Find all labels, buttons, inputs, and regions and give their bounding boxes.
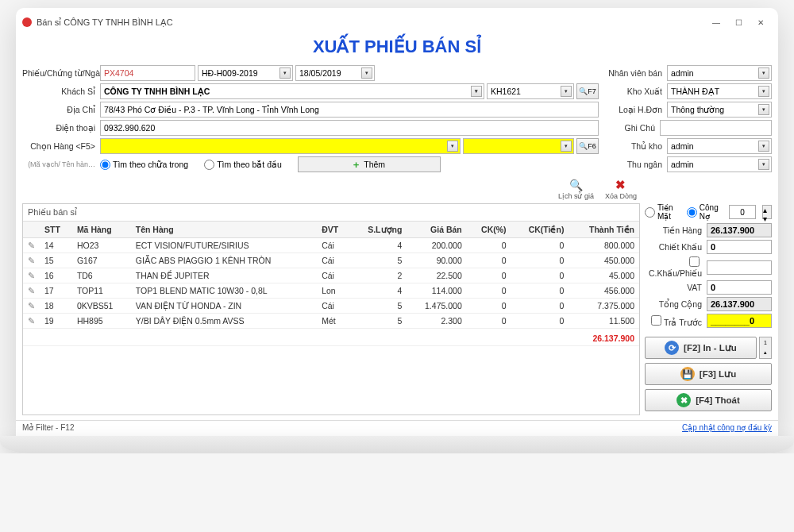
- chevron-down-icon[interactable]: ▾: [561, 86, 572, 97]
- col-code[interactable]: Mã Hàng: [72, 222, 131, 238]
- add-button[interactable]: + Thêm: [298, 156, 441, 172]
- items-table-container: Phiếu bán sỉ STT Mã Hàng Tên Hàng ĐVT S.…: [22, 203, 640, 415]
- pick-item-combo[interactable]: ▾: [100, 138, 461, 154]
- table-row[interactable]: ✎17TOP11TOP1 BLEND MATIC 10W30 - 0,8LLon…: [23, 283, 639, 299]
- edit-row-icon[interactable]: ✎: [23, 314, 40, 329]
- cell-stt: 17: [40, 283, 72, 299]
- cell-code: HO23: [72, 238, 131, 253]
- edit-row-icon[interactable]: ✎: [23, 268, 40, 283]
- col-total[interactable]: Thành Tiền: [569, 222, 639, 238]
- receipt-no-input[interactable]: [100, 65, 195, 81]
- receipt-date-combo[interactable]: 18/05/2019▾: [295, 65, 375, 81]
- edit-row-icon[interactable]: ✎: [23, 238, 40, 253]
- save-button[interactable]: 💾 [F3] Lưu: [645, 363, 772, 385]
- storekeeper-combo[interactable]: admin▾: [667, 138, 772, 154]
- cell-stt: 15: [40, 253, 72, 268]
- cell-total: 11.500: [569, 314, 639, 329]
- cell-ckp: 0: [467, 314, 511, 329]
- debt-stepper[interactable]: ▴▾: [762, 205, 772, 219]
- cell-unit: Cái: [317, 299, 350, 314]
- customer-code-combo[interactable]: KH1621▾: [487, 83, 574, 99]
- col-ckt[interactable]: CK(Tiền): [511, 222, 569, 238]
- edit-row-icon[interactable]: ✎: [23, 299, 40, 314]
- discount-per-checkbox[interactable]: [689, 256, 700, 267]
- label-discount: Chiết Khấu: [645, 242, 707, 252]
- f7-button[interactable]: 🔍F7: [576, 83, 599, 99]
- radio-cash[interactable]: Tiền Mặt: [645, 203, 680, 221]
- pick-item-code-combo[interactable]: ▾: [463, 138, 574, 154]
- edit-row-icon[interactable]: ✎: [23, 283, 40, 299]
- table-row[interactable]: ✎19HH895Y/BI DÂY ĐIỆN 0.5mm AVSSMét52.30…: [23, 314, 639, 329]
- copies-stepper[interactable]: 1▴: [759, 337, 772, 359]
- prepay-input[interactable]: ________0: [707, 314, 772, 328]
- edit-row-icon[interactable]: ✎: [23, 253, 40, 268]
- exit-icon: ✖: [676, 393, 691, 407]
- price-history-button[interactable]: 🔍 Lịch sử giá: [558, 178, 594, 200]
- vat-input[interactable]: 0: [707, 280, 772, 295]
- chevron-down-icon[interactable]: ▾: [279, 67, 291, 79]
- customer-name-combo[interactable]: CÔNG TY TNHH BÌNH LẠC▾: [100, 83, 484, 99]
- chevron-down-icon[interactable]: ▾: [447, 141, 458, 152]
- discount-per-input[interactable]: [707, 260, 772, 275]
- label-staff: Nhân viên bán: [605, 68, 667, 78]
- col-ckp[interactable]: CK(%): [467, 222, 511, 238]
- radio-startswith[interactable]: Tìm theo bắt đầu: [204, 160, 282, 170]
- chevron-down-icon[interactable]: ▾: [758, 104, 769, 115]
- phone-input[interactable]: [100, 120, 599, 136]
- receipt-date-value: 18/05/2019: [299, 68, 341, 78]
- cell-ckt: 0: [511, 238, 569, 253]
- chevron-down-icon[interactable]: ▾: [758, 141, 769, 152]
- table-title: Phiếu bán sỉ: [23, 204, 639, 222]
- chevron-down-icon[interactable]: ▾: [361, 67, 372, 79]
- cell-stt: 18: [40, 299, 72, 314]
- table-row[interactable]: ✎180KVBS51VAN ĐIỆN TỪ HONDA - ZINCái51.4…: [23, 299, 639, 314]
- window-titlebar: Bán sỉ CÔNG TY TNHH BÌNH LẠC — ☐ ✕: [16, 11, 778, 33]
- col-name[interactable]: Tên Hàng: [131, 222, 317, 238]
- cell-code: HH895: [72, 314, 131, 329]
- close-button[interactable]: ✕: [750, 14, 772, 30]
- staff-combo[interactable]: admin▾: [667, 65, 772, 81]
- chevron-down-icon[interactable]: ▾: [471, 86, 482, 97]
- debt-days-input[interactable]: 0: [729, 205, 756, 219]
- radio-contain[interactable]: Tìm theo chữa trong: [100, 160, 188, 170]
- cell-stt: 16: [40, 268, 72, 283]
- col-qty[interactable]: S.Lượng: [351, 222, 407, 238]
- delete-row-button[interactable]: ✖ Xóa Dòng: [605, 178, 637, 200]
- col-unit[interactable]: ĐVT: [317, 222, 350, 238]
- table-grand-total: 26.137.900: [23, 329, 639, 346]
- address-input[interactable]: [100, 102, 599, 118]
- footer-update-debt-link[interactable]: Cập nhật công nợ đầu kỳ: [682, 423, 772, 432]
- col-stt[interactable]: STT: [40, 222, 72, 238]
- cell-ckp: 0: [467, 268, 511, 283]
- cell-name: GIẮC ABS PIAGGIO 1 KÊNH TRÒN: [131, 253, 317, 268]
- radio-debt[interactable]: Công Nợ: [687, 203, 723, 221]
- magnify-icon: 🔍: [569, 178, 583, 192]
- print-save-button[interactable]: ⟳ [F2] In - Lưu: [645, 337, 757, 359]
- warehouse-combo[interactable]: THÀNH ĐẠT▾: [667, 83, 772, 99]
- prepay-checkbox[interactable]: [651, 315, 661, 326]
- note-input[interactable]: [660, 120, 772, 136]
- maximize-button[interactable]: ☐: [727, 14, 750, 30]
- cell-ckp: 0: [467, 299, 511, 314]
- chevron-down-icon[interactable]: ▾: [561, 141, 572, 152]
- table-row[interactable]: ✎14HO23ECT VISION/FUTURE/SIRIUSCái4200.0…: [23, 238, 639, 253]
- table-row[interactable]: ✎16TD6THAN ĐỀ JUPITERCái222.5000045.000: [23, 268, 639, 283]
- save-icon: 💾: [680, 367, 695, 381]
- chevron-down-icon[interactable]: ▾: [758, 86, 769, 97]
- chevron-down-icon[interactable]: ▾: [758, 67, 769, 79]
- cashier-combo[interactable]: admin▾: [667, 156, 772, 172]
- discount-input[interactable]: 0: [707, 240, 772, 254]
- chevron-down-icon[interactable]: ▾: [758, 159, 769, 170]
- minimize-button[interactable]: —: [705, 14, 727, 30]
- grand-total-value: 26.137.900: [707, 297, 772, 311]
- invtype-combo[interactable]: Thông thường▾: [667, 102, 772, 118]
- cell-name: THAN ĐỀ JUPITER: [131, 268, 317, 283]
- receipt-series-combo[interactable]: HĐ-H009-2019▾: [198, 65, 293, 81]
- col-price[interactable]: Giá Bán: [407, 222, 466, 238]
- exit-button[interactable]: ✖ [F4] Thoát: [645, 389, 772, 411]
- items-table[interactable]: STT Mã Hàng Tên Hàng ĐVT S.Lượng Giá Bán…: [23, 222, 639, 346]
- cell-ckp: 0: [467, 283, 511, 299]
- f6-button[interactable]: 🔍F6: [576, 138, 599, 154]
- table-row[interactable]: ✎15G167GIẮC ABS PIAGGIO 1 KÊNH TRÒNCái59…: [23, 253, 639, 268]
- label-subtotal: Tiền Hàng: [645, 226, 707, 235]
